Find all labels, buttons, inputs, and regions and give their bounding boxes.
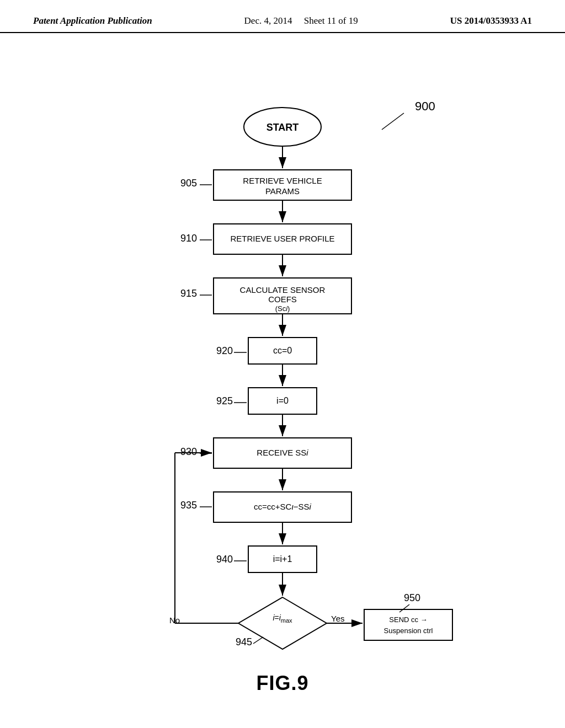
ref-950: 950 [404, 592, 420, 603]
patent-number-label: US 2014/0353933 A1 [450, 15, 532, 26]
flowchart-svg: 900 START 905 RETRIEVE VEHICLE PARAMS 91… [89, 66, 476, 706]
ref-905: 905 [180, 178, 197, 189]
ref-940: 940 [216, 554, 233, 565]
box-905-text2: PARAMS [265, 186, 300, 196]
box-920-text: cc=0 [273, 346, 292, 355]
box-930-text: RECEIVE SSi [257, 448, 308, 457]
box-950 [364, 609, 452, 640]
publication-label: Patent Application Publication [33, 15, 152, 26]
date-label: Dec. 4, 2014 [244, 15, 292, 26]
ref-915: 915 [180, 288, 197, 299]
ref-920: 920 [216, 345, 233, 356]
ref-935: 935 [180, 500, 197, 511]
box-940-text: i=i+1 [273, 554, 292, 564]
diamond-945-text: i=imax [273, 613, 292, 624]
ref-925: 925 [216, 395, 233, 406]
page-header: Patent Application Publication Dec. 4, 2… [0, 0, 565, 33]
box-950-text1: SEND cc → [389, 615, 427, 624]
box-925-text: i=0 [276, 396, 289, 405]
box-915-text3: (Sci) [275, 304, 290, 313]
sheet-label: Sheet 11 of 19 [304, 15, 358, 26]
ref-945: 945 [236, 636, 252, 647]
ref-900: 900 [415, 99, 435, 113]
box-915-text1: CALCULATE SENSOR [240, 285, 326, 295]
box-935-text: cc=cc+SCι−SSi [254, 502, 311, 511]
diagram-area: 900 START 905 RETRIEVE VEHICLE PARAMS 91… [0, 33, 565, 717]
ref-950-line [399, 604, 409, 612]
ref-930: 930 [180, 446, 197, 457]
ref-910: 910 [180, 233, 197, 244]
box-915-text2: COEFS [268, 295, 297, 304]
yes-label: Yes [331, 614, 344, 623]
box-950-text2: Suspension ctrl [384, 627, 433, 635]
box-910-text: RETRIEVE USER PROFILE [230, 234, 334, 243]
ref-945-line [253, 637, 263, 644]
ref-900-line [382, 113, 404, 130]
start-label: START [266, 122, 299, 133]
date-sheet-label: Dec. 4, 2014 Sheet 11 of 19 [244, 15, 358, 26]
figure-label: FIG.9 [256, 672, 308, 695]
box-905-text1: RETRIEVE VEHICLE [243, 176, 322, 185]
